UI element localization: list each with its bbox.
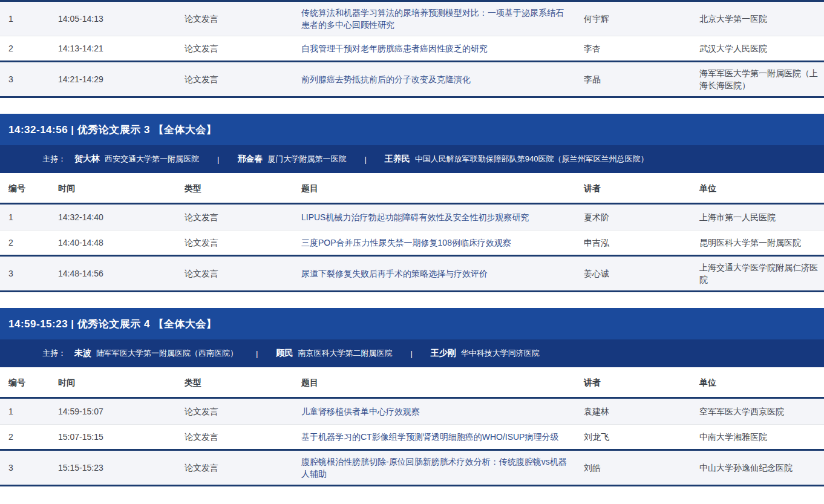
row-title: 三度POP合并压力性尿失禁一期修复108例临床疗效观察 [301,232,584,254]
row-organization: 武汉大学人民医院 [699,38,824,59]
row-type: 论文发言 [185,232,301,254]
chair-separator: | [364,155,366,164]
row-type: 论文发言 [185,8,301,30]
chair-item: 贺大林西安交通大学第一附属医院 [74,154,199,165]
row-organization: 中南大学湘雅医院 [699,426,824,448]
conference-schedule-page: 1 14:05-14:13 论文发言 传统算法和机器学习算法的尿培养预测模型对比… [0,0,824,486]
row-speaker: 李杏 [584,38,699,59]
table-header-row: 编号 时间 类型 题目 讲者 单位 [0,367,824,399]
chair-organization: 中国人民解放军联勤保障部队第940医院（原兰州军区兰州总医院） [415,154,649,163]
column-header-title: 题目 [301,177,584,199]
row-speaker: 申吉泓 [584,232,699,254]
column-header-time: 时间 [58,177,185,199]
session-block-4: 14:59-15:23 | 优秀论文展示 4 【全体大会】 主持： 未波陆军军医… [0,308,824,486]
chair-organization: 华中科技大学同济医院 [461,349,540,358]
column-header-no: 编号 [0,177,58,199]
row-title: 腹腔镜根治性膀胱切除-原位回肠新膀胱术疗效分析：传统腹腔镜vs机器人辅助 [301,451,584,485]
row-type: 论文发言 [185,68,301,90]
table-row: 1 14:32-14:40 论文发言 LIPUS机械力治疗勃起功能障碍有效性及安… [0,205,824,231]
chair-separator: | [217,155,219,164]
session-table: 1 14:32-14:40 论文发言 LIPUS机械力治疗勃起功能障碍有效性及安… [0,205,824,292]
chair-organization: 厦门大学附属第一医院 [267,154,346,163]
chair-item: 未波陆军军医大学第一附属医院（西南医院） [74,348,238,359]
row-time: 14:32-14:40 [58,206,185,228]
column-header-org: 单位 [699,371,824,393]
session-header-bar: 14:59-15:23 | 优秀论文展示 4 【全体大会】 [0,308,824,339]
column-header-no: 编号 [0,371,58,393]
table-row: 3 14:21-14:29 论文发言 前列腺癌去势抵抗前后的分子改变及克隆演化 … [0,62,824,98]
column-header-org: 单位 [699,177,824,199]
row-speaker: 何宇辉 [584,8,699,30]
row-number: 2 [0,232,58,254]
chair-separator: | [256,349,258,358]
session-chairs-bar: 主持： 未波陆军军医大学第一附属医院（西南医院） | 顾民南京医科大学第二附属医… [0,339,824,367]
session-block-3: 14:32-14:56 | 优秀论文展示 3 【全体大会】 主持： 贺大林西安交… [0,114,824,292]
chair-organization: 南京医科大学第二附属医院 [298,349,392,358]
table-row: 2 14:40-14:48 论文发言 三度POP合并压力性尿失禁一期修复108例… [0,231,824,257]
row-type: 论文发言 [185,38,301,59]
table-row: 3 15:15-15:23 论文发言 腹腔镜根治性膀胱切除-原位回肠新膀胱术疗效… [0,451,824,486]
row-organization: 中山大学孙逸仙纪念医院 [699,457,824,479]
row-time: 14:21-14:29 [58,68,185,90]
row-title: 尿道下裂修复失败后再手术的策略选择与疗效评价 [301,263,584,284]
row-number: 3 [0,263,58,284]
session-table-partial: 1 14:05-14:13 论文发言 传统算法和机器学习算法的尿培养预测模型对比… [0,0,824,98]
row-time: 15:15-15:23 [58,457,185,479]
row-title: 儿童肾移植供者单中心疗效观察 [301,401,584,422]
table-header-row: 编号 时间 类型 题目 讲者 单位 [0,173,824,205]
row-title: LIPUS机械力治疗勃起功能障碍有效性及安全性初步观察研究 [301,206,584,228]
table-row: 1 14:59-15:07 论文发言 儿童肾移植供者单中心疗效观察 袁建林 空军… [0,399,824,425]
row-time: 14:59-15:07 [58,401,185,422]
row-title: 前列腺癌去势抵抗前后的分子改变及克隆演化 [301,68,584,90]
chair-item: 顾民南京医科大学第二附属医院 [276,348,392,359]
row-number: 1 [0,8,58,30]
row-speaker: 袁建林 [584,401,699,422]
table-row: 1 14:05-14:13 论文发言 传统算法和机器学习算法的尿培养预测模型对比… [0,2,824,36]
row-organization: 昆明医科大学第一附属医院 [699,232,824,254]
row-number: 2 [0,38,58,59]
table-row: 3 14:48-14:56 论文发言 尿道下裂修复失败后再手术的策略选择与疗效评… [0,257,824,292]
chair-organization: 陆军军医大学第一附属医院（西南医院） [96,349,238,358]
column-header-speaker: 讲者 [584,371,699,393]
row-type: 论文发言 [185,263,301,284]
row-type: 论文发言 [185,206,301,228]
row-speaker: 刘龙飞 [584,426,699,448]
row-number: 3 [0,68,58,90]
row-number: 3 [0,457,58,479]
row-time: 14:48-14:56 [58,263,185,284]
table-row: 2 14:13-14:21 论文发言 自我管理干预对老年膀胱癌患者癌因性疲乏的研… [0,36,824,62]
row-title: 基于机器学习的CT影像组学预测肾透明细胞癌的WHO/ISUP病理分级 [301,426,584,448]
row-organization: 北京大学第一医院 [699,8,824,30]
row-type: 论文发言 [185,426,301,448]
chair-item: 王养民中国人民解放军联勤保障部队第940医院（原兰州军区兰州总医院） [385,154,649,165]
row-organization: 上海交通大学医学院附属仁济医院 [699,257,824,290]
row-type: 论文发言 [185,401,301,422]
chair-name: 贺大林 [74,154,100,163]
row-organization: 空军军医大学西京医院 [699,401,824,422]
column-header-type: 类型 [185,177,301,199]
chair-separator: | [410,349,412,358]
row-speaker: 李晶 [584,68,699,90]
column-header-speaker: 讲者 [584,177,699,199]
session-table: 1 14:59-15:07 论文发言 儿童肾移植供者单中心疗效观察 袁建林 空军… [0,399,824,486]
row-type: 论文发言 [185,457,301,479]
row-number: 1 [0,206,58,228]
row-time: 14:13-14:21 [58,38,185,59]
chair-name: 未波 [74,348,91,358]
session-chairs-bar: 主持： 贺大林西安交通大学第一附属医院 | 邢金春厦门大学附属第一医院 | 王养… [0,145,824,173]
chairs-label: 主持： [42,154,66,165]
row-title: 自我管理干预对老年膀胱癌患者癌因性疲乏的研究 [301,38,584,59]
table-row: 2 15:07-15:15 论文发言 基于机器学习的CT影像组学预测肾透明细胞癌… [0,425,824,451]
chair-name: 王养民 [385,154,410,163]
row-speaker: 姜心诚 [584,263,699,284]
chair-item: 王少刚华中科技大学同济医院 [431,348,540,359]
chair-name: 王少刚 [431,348,456,358]
row-number: 1 [0,401,58,422]
row-time: 14:40-14:48 [58,232,185,254]
row-speaker: 夏术阶 [584,206,699,228]
chair-item: 邢金春厦门大学附属第一医院 [237,154,346,165]
row-time: 14:05-14:13 [58,8,185,30]
column-header-time: 时间 [58,371,185,393]
row-title: 传统算法和机器学习算法的尿培养预测模型对比：一项基于泌尿系结石患者的多中心回顾性… [301,2,584,36]
row-organization: 上海市第一人民医院 [699,206,824,228]
